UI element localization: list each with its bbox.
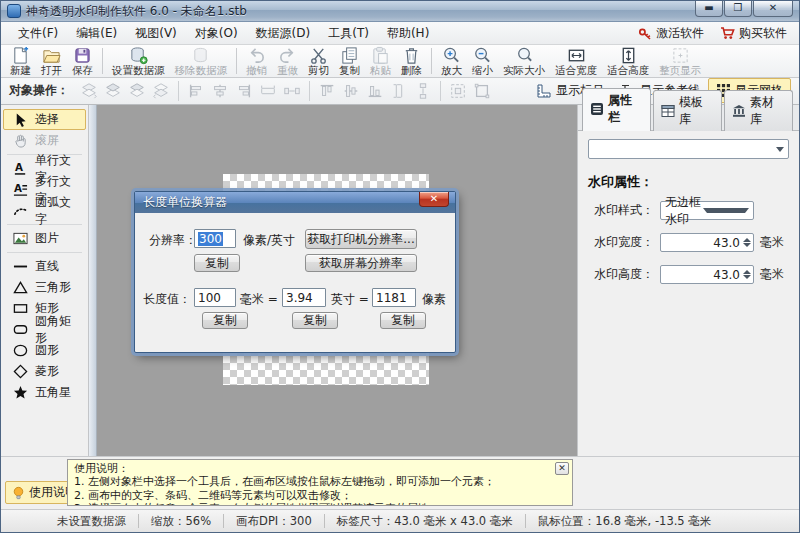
same-height-icon[interactable] [387,80,411,102]
cut-button[interactable]: 剪切 [303,46,334,77]
usage-help-box: 使用说明： 1. 左侧对象栏中选择一个工具后，在画布区域按住鼠标左键拖动，即可添… [67,459,573,506]
set-datasource-button[interactable]: 设置数据源 [107,46,170,77]
toolbar-separator [236,48,237,74]
main-toolbar: 新建 打开 保存 设置数据源 移除数据源 撤销 重做 剪切 [1,45,799,77]
maximize-button[interactable]: ❒ [724,1,752,17]
spinner-arrows-icon[interactable] [743,238,751,247]
full-page-button[interactable]: 整页显示 [654,46,706,77]
cart-icon [720,26,735,40]
mm-input[interactable]: 100 [194,288,236,307]
copy-button[interactable]: 复制 [334,46,365,77]
zoom-in-button[interactable]: 放大 [436,46,467,77]
template-icon [661,104,675,118]
resolution-input[interactable]: 300 [194,229,236,248]
element-selector-dropdown[interactable] [588,139,789,159]
status-datasource: 未设置数据源 [45,514,138,529]
chevron-down-icon [703,208,749,213]
tool-arc-text[interactable]: 圆弧文字 [3,200,86,221]
menu-object[interactable]: 对象(O) [186,22,247,45]
v-spacing-icon[interactable] [411,80,435,102]
window-title: 神奇透明水印制作软件 6.0 - 未命名1.stb [26,3,247,20]
buy-software-link[interactable]: 购买软件 [720,25,787,42]
tool-star[interactable]: 五角星 [3,382,86,403]
tool-select[interactable]: 选择 [3,109,86,130]
help-close-icon[interactable]: ✕ [555,462,569,475]
pixel-input[interactable]: 1181 [372,288,416,307]
copy-mm-button[interactable]: 复制 [202,312,248,329]
paste-button[interactable]: 粘贴 [365,46,396,77]
spinner-arrows-icon[interactable] [743,270,751,279]
tool-image[interactable]: 图片 [3,228,86,249]
copy-resolution-button[interactable]: 复制 [194,254,240,272]
tool-diamond[interactable]: 菱形 [3,361,86,382]
watermark-style-dropdown[interactable]: 无边框水印 [660,201,754,220]
get-printer-resolution-button[interactable]: 获取打印机分辨率... [305,229,417,249]
properties-panel: 属性栏 模板库 素材库 水印属性： 水印样式： [577,105,799,456]
align-center-h-icon[interactable] [208,80,232,102]
tool-pan[interactable]: 滚屏 [3,130,86,151]
redo-button[interactable]: 重做 [272,46,303,77]
watermark-width-spinner[interactable]: 43.0 [660,233,754,252]
bring-front-icon[interactable] [101,80,125,102]
menu-datasource[interactable]: 数据源(D) [247,22,320,45]
h-spacing-icon[interactable] [280,80,304,102]
toolbar-separator [102,48,103,74]
status-mouse-position: 鼠标位置：16.8 毫米, -13.5 毫米 [526,514,723,529]
resolution-unit: 像素/英寸 [243,232,295,249]
bring-forward-icon[interactable] [77,80,101,102]
open-button[interactable]: 打开 [36,46,67,77]
inch-input[interactable]: 3.94 [282,288,326,307]
send-back-icon[interactable] [125,80,149,102]
align-middle-icon[interactable] [339,80,363,102]
delete-button[interactable]: 删除 [396,46,427,77]
length-value-label: 长度值： [143,291,191,308]
align-top-icon[interactable] [315,80,339,102]
copy-pixel-button[interactable]: 复制 [380,312,426,329]
same-size-icon[interactable] [446,80,470,102]
send-backward-icon[interactable] [149,80,173,102]
new-button[interactable]: 新建 [5,46,36,77]
undo-icon [247,46,266,65]
menu-file[interactable]: 文件(F) [9,22,67,45]
align-left-icon[interactable] [184,80,208,102]
undo-button[interactable]: 撤销 [241,46,272,77]
actual-size-button[interactable]: 实际大小 [498,46,550,77]
copy-inch-button[interactable]: 复制 [292,312,338,329]
database-remove-icon [191,46,210,65]
dialog-title-bar[interactable]: 长度单位换算器 [135,192,455,213]
menu-edit[interactable]: 编辑(E) [67,22,126,45]
fit-height-button[interactable]: 适合高度 [602,46,654,77]
canvas-splitter[interactable] [89,105,97,456]
tool-line[interactable]: 直线 [3,256,86,277]
menu-tools[interactable]: 工具(T) [319,22,378,45]
get-screen-resolution-button[interactable]: 获取屏幕分辨率 [305,254,417,272]
menu-view[interactable]: 视图(V) [126,22,186,45]
remove-datasource-button[interactable]: 移除数据源 [170,46,233,77]
key-icon [638,26,652,40]
tab-templates[interactable]: 模板库 [653,90,722,131]
rounded-rectangle-icon [12,322,29,337]
save-button[interactable]: 保存 [67,46,98,77]
rectangle-icon [12,301,29,316]
tab-materials[interactable]: 素材库 [724,90,793,131]
zoom-out-button[interactable]: 缩小 [467,46,498,77]
title-bar[interactable]: 神奇透明水印制作软件 6.0 - 未命名1.stb ▬ ❒ ✕ [1,1,799,22]
close-button[interactable]: ✕ [753,1,793,17]
tab-properties[interactable]: 属性栏 [582,88,651,131]
toolbar-separator [431,48,432,74]
align-right-icon[interactable] [232,80,256,102]
fit-width-button[interactable]: 适合宽度 [550,46,602,77]
hand-icon [12,133,29,148]
align-bottom-icon[interactable] [363,80,387,102]
tool-triangle[interactable]: 三角形 [3,277,86,298]
help-line: 使用说明： [74,462,552,475]
activate-software-link[interactable]: 激活软件 [638,25,704,42]
minimize-button[interactable]: ▬ [695,1,723,17]
tool-rounded-rectangle[interactable]: 圆角矩形 [3,319,86,340]
menu-help[interactable]: 帮助(H) [378,22,438,45]
dialog-close-icon[interactable]: ✕ [419,192,449,207]
watermark-style-row: 水印样式： 无边框水印 [594,201,789,220]
resize-object-icon[interactable] [470,80,494,102]
same-width-icon[interactable] [256,80,280,102]
watermark-height-spinner[interactable]: 43.0 [660,265,754,284]
